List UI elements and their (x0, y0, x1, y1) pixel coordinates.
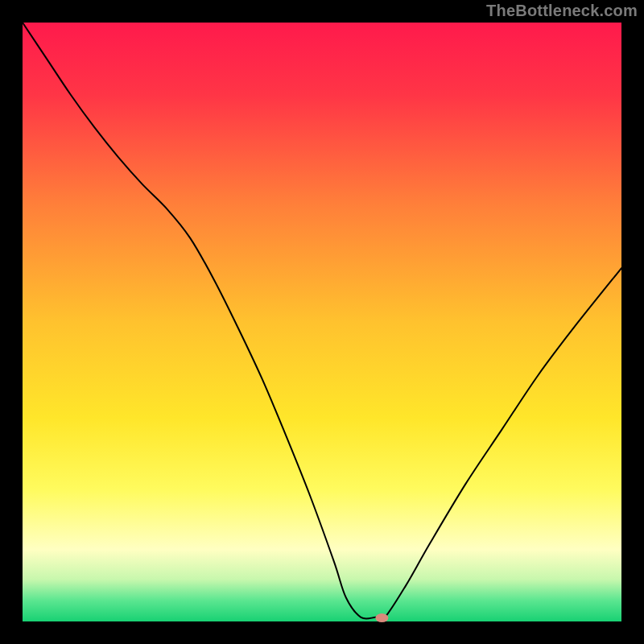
plot-background (23, 23, 621, 621)
chart-frame: TheBottleneck.com (0, 0, 644, 644)
bottleneck-chart (0, 0, 644, 644)
optimal-point-marker (375, 613, 388, 622)
